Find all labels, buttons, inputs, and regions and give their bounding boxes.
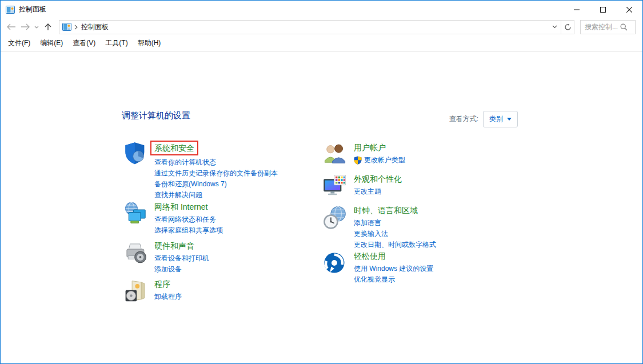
link-homegroup-sharing[interactable]: 选择家庭组和共享选项 [154,225,223,236]
link-devices-printers[interactable]: 查看设备和打印机 [154,253,209,264]
control-panel-icon [62,23,71,31]
menu-edit[interactable]: 编辑(E) [39,37,63,50]
address-bar[interactable]: 控制面板 [59,20,574,34]
menu-view[interactable]: 查看(V) [72,37,96,50]
chevron-down-icon [34,26,39,29]
link-optimize-visual-display[interactable]: 优化视觉显示 [354,274,433,285]
category-title-hardware-sound[interactable]: 硬件和声音 [154,240,194,251]
search-icon[interactable] [620,23,628,31]
link-change-date-time-formats[interactable]: 更改日期、时间或数字格式 [354,239,436,250]
page-title: 调整计算机的设置 [122,110,190,121]
link-uninstall-program[interactable]: 卸载程序 [154,291,182,302]
network-internet-icon[interactable] [123,201,149,227]
link-add-language[interactable]: 添加语言 [354,218,436,229]
programs-icon[interactable] [123,278,149,305]
link-change-account-type[interactable]: 更改帐户类型 [354,155,405,166]
back-button[interactable] [4,19,18,34]
category-title-network-internet[interactable]: 网络和 Internet [154,201,207,213]
breadcrumb-chevron-icon[interactable] [74,25,78,30]
uac-shield-icon [354,156,362,165]
search-input[interactable] [585,23,620,31]
link-windows-suggested-settings[interactable]: 使用 Windows 建议的设置 [354,263,433,274]
category-title-appearance-personalization[interactable]: 外观和个性化 [354,173,402,185]
menu-tools[interactable]: 工具(T) [105,37,128,50]
search-box[interactable] [580,20,636,34]
ease-of-access-icon[interactable] [322,250,349,277]
user-accounts-icon[interactable] [322,142,349,168]
category-hardware-sound: 硬件和声音 查看设备和打印机 添加设备 [123,240,209,275]
maximize-button[interactable] [590,1,616,18]
category-appearance-personalization: 外观和个性化 更改主题 [322,173,402,199]
refresh-icon [564,23,572,31]
appearance-personalization-icon[interactable] [322,173,349,199]
view-by-value: 类别 [489,114,503,124]
link-file-history-backup[interactable]: 通过文件历史记录保存你的文件备份副本 [154,168,278,179]
view-by-control: 查看方式: 类别 [449,111,518,127]
category-title-ease-of-access[interactable]: 轻松使用 [354,250,386,262]
link-troubleshoot[interactable]: 查找并解决问题 [154,190,278,201]
category-title-clock-language-region[interactable]: 时钟、语言和区域 [354,205,418,216]
title-bar[interactable]: 控制面板 [1,1,642,18]
security-shield-icon[interactable] [123,141,149,167]
control-panel-window: 控制面板 [0,0,643,364]
caret-down-icon [507,118,512,121]
hardware-sound-icon[interactable] [123,240,149,266]
window-title: 控制面板 [19,5,46,14]
link-add-device[interactable]: 添加设备 [154,264,209,275]
back-arrow-icon [6,23,16,30]
category-title-system-security[interactable]: 系统和安全 [154,141,198,155]
link-change-input-method[interactable]: 更换输入法 [354,229,436,239]
breadcrumb[interactable]: 控制面板 [81,22,109,32]
address-dropdown-button[interactable] [548,21,561,34]
chevron-down-icon [552,25,557,29]
category-system-security: 系统和安全 查看你的计算机状态 通过文件历史记录保存你的文件备份副本 备份和还原… [123,141,278,201]
category-title-programs[interactable]: 程序 [154,278,170,290]
link-network-status-tasks[interactable]: 查看网络状态和任务 [154,214,223,225]
forward-button[interactable] [18,19,33,34]
link-label: 更改帐户类型 [364,155,405,166]
window-controls [564,1,642,18]
forward-arrow-icon [21,23,30,30]
category-title-user-accounts[interactable]: 用户帐户 [354,142,386,153]
link-backup-restore-win7[interactable]: 备份和还原(Windows 7) [154,179,278,190]
link-change-theme[interactable]: 更改主题 [354,186,402,197]
navigation-toolbar: 控制面板 [1,18,642,35]
view-by-dropdown[interactable]: 类别 [483,111,518,127]
clock-language-region-icon[interactable] [322,205,349,231]
recent-locations-dropdown[interactable] [33,19,41,34]
up-button[interactable] [41,19,55,34]
category-network-internet: 网络和 Internet 查看网络状态和任务 选择家庭组和共享选项 [123,201,223,236]
control-panel-home: 调整计算机的设置 查看方式: 类别 系统和安全 [1,51,642,363]
minimize-button[interactable] [564,1,590,18]
menu-help[interactable]: 帮助(H) [137,37,162,50]
category-ease-of-access: 轻松使用 使用 Windows 建议的设置 优化视觉显示 [322,250,433,285]
highlight-box: 系统和安全 [150,141,198,155]
menu-file[interactable]: 文件(F) [7,37,31,50]
close-button[interactable] [616,1,642,18]
category-programs: 程序 卸载程序 [123,278,182,305]
category-clock-language-region: 时钟、语言和区域 添加语言 更换输入法 更改日期、时间或数字格式 [322,205,436,250]
control-panel-icon [6,5,15,14]
up-arrow-icon [45,23,51,31]
category-user-accounts: 用户帐户 更改帐户类型 [322,142,405,168]
menu-bar: 文件(F) 编辑(E) 查看(V) 工具(T) 帮助(H) [1,35,642,51]
link-check-computer-status[interactable]: 查看你的计算机状态 [154,157,278,168]
view-by-label: 查看方式: [449,114,478,124]
refresh-button[interactable] [561,21,574,34]
